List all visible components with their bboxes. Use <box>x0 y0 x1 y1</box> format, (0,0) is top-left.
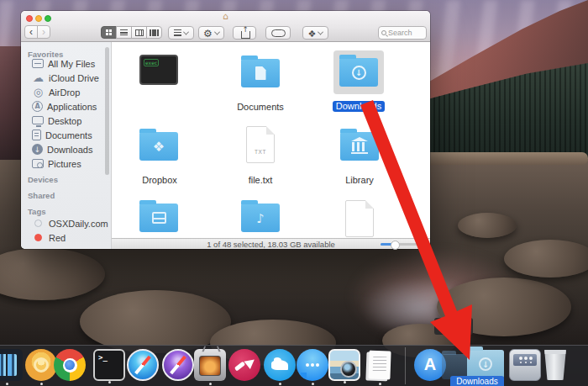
file-item-library[interactable] <box>340 132 379 161</box>
file-item-file-txt[interactable]: TXT <box>246 126 275 163</box>
file-label-library[interactable]: Library <box>322 175 397 185</box>
sidebar-section-tags: Tags <box>21 207 45 216</box>
file-item-music-folder[interactable] <box>241 204 280 232</box>
close-button[interactable] <box>26 15 33 22</box>
file-label-dropbox[interactable]: Dropbox <box>122 175 197 185</box>
action-menu-button[interactable] <box>198 26 224 40</box>
page-glyph-icon <box>255 66 266 80</box>
back-button[interactable] <box>24 25 38 39</box>
sidebar-item-label: AirDrop <box>49 87 80 98</box>
chevron-down-icon <box>214 29 220 34</box>
dock-trash-icon[interactable] <box>543 350 567 380</box>
tag-icon <box>271 29 286 37</box>
dock-messages-icon[interactable] <box>297 349 328 381</box>
movies-folder-icon <box>139 204 178 232</box>
view-mode-segmented-control <box>101 26 162 39</box>
dock-network-users-icon[interactable] <box>509 349 541 381</box>
documents-folder-icon <box>241 59 280 87</box>
file-label-documents[interactable]: Documents <box>223 102 298 112</box>
wallpaper-left-cliff <box>0 46 24 172</box>
sidebar-item-desktop[interactable]: Desktop <box>21 114 111 128</box>
sidebar-section-devices: Devices <box>21 175 58 184</box>
home-proxy-icon[interactable] <box>223 11 228 23</box>
running-indicator <box>379 383 381 385</box>
sidebar-item-applications[interactable]: Applications <box>21 99 111 114</box>
search-field[interactable] <box>378 26 427 40</box>
sidebar-item-documents[interactable]: Documents <box>21 128 111 142</box>
list-view-button[interactable] <box>116 26 132 39</box>
sidebar-scrollbar[interactable] <box>105 47 109 175</box>
share-button[interactable] <box>233 26 256 40</box>
dock-safari-icon[interactable] <box>127 349 159 381</box>
file-item-dropbox[interactable] <box>139 132 178 161</box>
dock-downloads-folder-icon[interactable] <box>467 350 504 378</box>
sidebar-item-label: Desktop <box>48 116 81 126</box>
column-view-button[interactable] <box>131 26 147 39</box>
dock-chrome-canary-icon[interactable] <box>25 349 57 381</box>
running-indicator <box>312 383 314 385</box>
dock-capture-app-icon[interactable] <box>194 349 226 381</box>
tags-button[interactable] <box>265 26 291 40</box>
dock-twitter-icon[interactable] <box>264 349 296 381</box>
minimize-button[interactable] <box>35 15 42 22</box>
running-indicator <box>279 383 281 385</box>
running-indicator <box>209 383 212 385</box>
file-label-file-txt[interactable]: file.txt <box>223 175 298 185</box>
sidebar-item-pictures[interactable]: Pictures <box>21 156 111 171</box>
forward-button[interactable] <box>37 25 50 39</box>
documents-icon <box>32 130 41 140</box>
dock-tooltip: ds <box>434 318 473 335</box>
dropbox-folder-icon <box>139 132 178 161</box>
icon-grid: exec Documents Downloads Dropbox <box>112 42 430 238</box>
window-titlebar[interactable] <box>21 11 430 42</box>
file-item-downloads-selected[interactable] <box>333 50 384 94</box>
sidebar-item-tag-osxdaily[interactable]: OSXDaily.com <box>21 216 111 230</box>
sidebar-item-label: Pictures <box>48 159 81 169</box>
running-indicator <box>108 381 111 383</box>
dropbox-toolbar-button[interactable] <box>302 26 328 40</box>
icon-view-button[interactable] <box>101 26 117 39</box>
sidebar-item-label: Downloads <box>47 145 92 155</box>
desktop: Favorites All My Files iCloud Drive AirD… <box>0 0 588 386</box>
sidebar-item-all-my-files[interactable]: All My Files <box>21 56 111 71</box>
sidebar-item-downloads[interactable]: Downloads <box>21 142 111 156</box>
file-item-exec[interactable]: exec <box>139 55 178 85</box>
dock-safari-preview-icon[interactable] <box>162 349 194 381</box>
gray-tag-circle-icon <box>34 219 42 227</box>
chevron-down-icon <box>183 29 189 34</box>
dock-separator <box>405 347 406 384</box>
sidebar-item-label: Documents <box>45 130 92 140</box>
running-indicator <box>344 381 346 383</box>
arrange-menu-button[interactable] <box>168 26 194 40</box>
text-file-icon: TXT <box>246 126 275 163</box>
zoom-button[interactable] <box>45 15 51 22</box>
dock-chrome-icon[interactable] <box>54 349 86 381</box>
dock-bookshelf-app-icon[interactable] <box>0 349 23 381</box>
gear-icon <box>203 25 213 40</box>
icon-size-slider[interactable] <box>381 243 424 246</box>
dock-textedit-icon[interactable] <box>364 349 396 381</box>
sidebar-item-tag-red[interactable]: Red <box>21 230 111 245</box>
music-note-glyph-icon <box>256 210 265 226</box>
dock-iphoto-icon[interactable] <box>328 349 360 381</box>
coverflow-view-button[interactable] <box>146 26 162 39</box>
dock-terminal-icon[interactable] <box>93 349 125 381</box>
chevron-down-icon <box>318 29 323 34</box>
file-label-downloads[interactable]: Downloads <box>321 101 396 112</box>
film-glyph-icon <box>152 212 166 224</box>
lake-rock <box>80 290 231 353</box>
search-input[interactable] <box>386 29 423 37</box>
sidebar-item-label: iCloud Drive <box>49 73 99 83</box>
file-item-blank-document[interactable] <box>345 200 374 237</box>
download-arrow-glyph-icon <box>352 66 366 80</box>
file-item-movies-folder[interactable] <box>139 204 178 232</box>
file-item-documents[interactable] <box>241 59 280 87</box>
sidebar-item-label: Applications <box>47 102 97 112</box>
dock-skitch-icon[interactable] <box>228 349 260 381</box>
selected-label-chip: Downloads <box>333 101 385 112</box>
sidebar-item-airdrop[interactable]: AirDrop <box>21 85 111 99</box>
sidebar-item-icloud-drive[interactable]: iCloud Drive <box>21 71 111 85</box>
music-folder-icon <box>241 204 280 232</box>
dropbox-glyph-icon <box>153 139 165 155</box>
status-text: 1 of 48 selected, 18.03 GB available <box>207 240 335 249</box>
